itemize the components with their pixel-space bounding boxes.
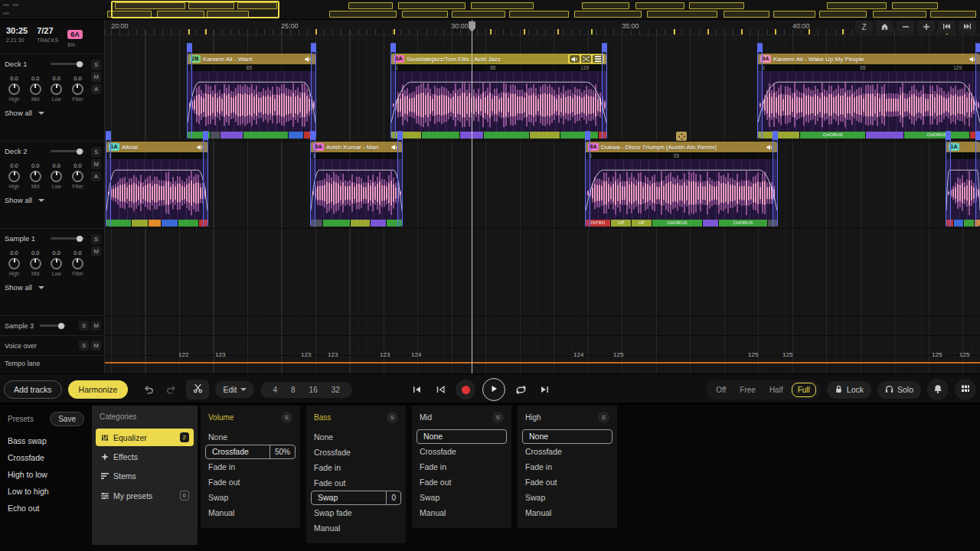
option-manual[interactable]: Manual — [412, 505, 511, 520]
show-all-dropdown[interactable]: Show all — [5, 196, 100, 204]
clip-header[interactable]: 9AKareem Ali - Wake Up My People — [758, 54, 980, 64]
loop-button[interactable] — [512, 381, 529, 398]
knob-dial[interactable] — [51, 258, 62, 269]
save-preset-button[interactable]: Save — [50, 412, 84, 426]
lane-button-s[interactable]: S — [91, 234, 101, 244]
knob-low[interactable]: 0.0Low — [47, 249, 66, 276]
option-fade-out[interactable]: Fade out — [201, 474, 300, 490]
clip-dukwa-disco-triumph-austin-ato-remix-[interactable]: 8ADukwa - Disco Triumph (Austin Ato Remi… — [586, 142, 777, 227]
cue-marker-left[interactable] — [757, 43, 763, 139]
skip-to-end-button[interactable] — [536, 381, 553, 398]
clip-header[interactable]: 8AAnish Kumar - Man — [311, 142, 402, 152]
lane-button-a[interactable]: A — [91, 84, 101, 94]
option-none[interactable]: None — [306, 429, 406, 445]
option-crossfade[interactable]: Crossfade — [518, 444, 617, 459]
show-all-dropdown[interactable]: Show all — [5, 109, 100, 117]
knob-dial[interactable] — [8, 258, 20, 269]
play-button[interactable] — [482, 378, 505, 401]
solo-button[interactable]: Solo — [877, 381, 921, 399]
lane-button-m[interactable]: M — [91, 341, 101, 350]
jump-forward-button[interactable] — [959, 21, 976, 34]
cue-marker-left[interactable] — [187, 43, 192, 139]
option-crossfade[interactable]: Crossfade50% — [205, 445, 296, 459]
knob-dial[interactable] — [30, 171, 41, 182]
clip-header[interactable]: 6ASoulstatejazz/Tom Ellis - Acid Jazz — [391, 54, 606, 64]
category-equalizer[interactable]: Equalizer2 — [96, 429, 194, 446]
cue-marker-right[interactable] — [602, 43, 607, 139]
solo-badge[interactable]: S — [387, 412, 398, 423]
knob-mid[interactable]: 0.0Mid — [26, 249, 45, 276]
sync-mode-full[interactable]: Full — [792, 383, 816, 397]
option-fade-in[interactable]: Fade in — [518, 459, 617, 474]
lane-button-m[interactable]: M — [91, 246, 101, 256]
volume-slider[interactable] — [40, 324, 66, 327]
cue-marker-right[interactable] — [397, 131, 403, 227]
clip-kareem-ali-want[interactable]: 2BKareem Ali - Want165 — [188, 54, 315, 139]
option-fade-out[interactable]: Fade out — [306, 475, 406, 491]
timeline-minimap[interactable] — [0, 0, 980, 20]
undo-button[interactable] — [140, 381, 157, 398]
library-button[interactable] — [955, 379, 976, 400]
knob-low[interactable]: 0.0Low — [47, 75, 66, 102]
solo-badge[interactable]: S — [492, 412, 504, 423]
cue-marker-left[interactable] — [585, 131, 590, 227]
knob-high[interactable]: 0.0High — [5, 75, 24, 102]
lane-button-a[interactable]: A — [91, 171, 101, 181]
knob-dial[interactable] — [8, 171, 20, 182]
clip-header[interactable]: 1AAlicial — [106, 142, 207, 152]
option-manual[interactable]: Manual — [306, 520, 406, 536]
cue-marker-left[interactable] — [390, 43, 396, 139]
sync-mode-half[interactable]: Half — [764, 383, 789, 396]
slider-thumb[interactable] — [58, 323, 64, 329]
preset-item-bass-swap[interactable]: Bass swap — [0, 432, 90, 449]
tempo-automation-line[interactable] — [105, 362, 980, 364]
option-manual[interactable]: Manual — [518, 505, 617, 520]
volume-slider[interactable] — [51, 150, 84, 152]
cue-marker-right[interactable] — [203, 131, 208, 227]
preset-item-crossfade[interactable]: Crossfade — [0, 449, 90, 466]
cue-marker-right[interactable] — [773, 131, 778, 227]
lane-button-s[interactable]: S — [91, 60, 101, 70]
option-fade-in[interactable]: Fade in — [412, 459, 511, 474]
quantize-4[interactable]: 4 — [273, 386, 277, 394]
cue-marker-right[interactable] — [975, 43, 980, 139]
lane-button-m[interactable]: M — [91, 159, 101, 169]
speaker-icon[interactable] — [570, 55, 580, 63]
lane-button-m[interactable]: M — [91, 321, 101, 331]
knob-high[interactable]: 0.0High — [5, 249, 24, 276]
cue-marker-left[interactable] — [106, 131, 111, 227]
zoom-in-button[interactable] — [917, 21, 935, 34]
knob-mid[interactable]: 0.0Mid — [26, 162, 45, 189]
home-button[interactable] — [876, 21, 893, 34]
option-crossfade[interactable]: Crossfade — [412, 444, 511, 459]
knob-filter[interactable]: 0.0Filter — [68, 249, 87, 276]
edit-dropdown[interactable]: Edit — [215, 381, 254, 398]
knob-dial[interactable] — [72, 258, 83, 269]
option-swap[interactable]: Swap — [201, 490, 300, 505]
redo-button[interactable] — [163, 381, 180, 398]
option-none[interactable]: None — [416, 429, 507, 444]
sync-mode-off[interactable]: Off — [710, 383, 731, 396]
clip-kareem-ali-wake-up-my-people[interactable]: 9AKareem Ali - Wake Up My People165129CH… — [758, 54, 980, 139]
skip-to-start-button[interactable] — [408, 381, 425, 398]
knob-dial[interactable] — [51, 83, 62, 95]
lane-button-m[interactable]: M — [91, 72, 101, 82]
knob-dial[interactable] — [30, 258, 41, 269]
lane-button-s[interactable]: S — [79, 341, 89, 350]
notifications-button[interactable] — [927, 379, 949, 400]
add-tracks-button[interactable]: Add tracks — [4, 380, 62, 399]
knob-low[interactable]: 0.0Low — [47, 162, 66, 189]
knob-dial[interactable] — [51, 171, 62, 182]
slider-thumb[interactable] — [77, 61, 83, 67]
lock-button[interactable]: Lock — [827, 381, 871, 399]
jump-back-button[interactable] — [938, 21, 956, 34]
timeline-canvas[interactable]: 2BKareem Ali - Want1656ASoulstatejazz/To… — [105, 35, 980, 373]
slider-thumb[interactable] — [77, 148, 83, 155]
category-effects[interactable]: Effects — [96, 448, 194, 465]
slider-thumb[interactable] — [77, 236, 83, 242]
knob-filter[interactable]: 0.0Filter — [68, 75, 87, 102]
move-transition-handle[interactable] — [676, 132, 687, 141]
option-swap-fade[interactable]: Swap fade — [306, 505, 406, 520]
option-none[interactable]: None — [201, 429, 300, 445]
solo-badge[interactable]: S — [598, 412, 609, 423]
